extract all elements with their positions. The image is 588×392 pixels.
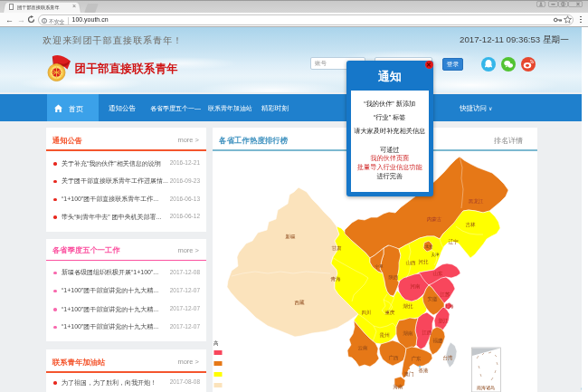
svg-text:澳门: 澳门 xyxy=(404,371,414,378)
svg-text:宁夏: 宁夏 xyxy=(375,264,384,269)
svg-text:贵州: 贵州 xyxy=(380,332,391,338)
svg-text:香港: 香港 xyxy=(419,368,430,374)
svg-text:福建: 福建 xyxy=(433,338,444,344)
svg-text:湖北: 湖北 xyxy=(403,303,414,310)
svg-text:山西: 山西 xyxy=(406,260,417,266)
svg-text:云南: 云南 xyxy=(358,345,369,350)
svg-text:北京: 北京 xyxy=(425,244,434,249)
svg-text:高: 高 xyxy=(213,340,219,346)
svg-text:江西: 江西 xyxy=(422,330,433,336)
svg-text:广东: 广东 xyxy=(412,356,422,361)
svg-text:江苏: 江苏 xyxy=(441,292,451,298)
svg-text:陕西: 陕西 xyxy=(389,274,400,281)
svg-text:四川: 四川 xyxy=(362,310,372,316)
svg-text:海南: 海南 xyxy=(394,384,404,390)
svg-text:广西: 广西 xyxy=(389,355,400,361)
svg-text:天津: 天津 xyxy=(432,253,441,257)
svg-text:浙江: 浙江 xyxy=(439,318,450,324)
svg-text:黑龙江: 黑龙江 xyxy=(469,198,484,205)
svg-text:南海诸岛: 南海诸岛 xyxy=(477,385,495,391)
svg-text:内蒙古: 内蒙古 xyxy=(427,216,442,222)
svg-text:湖南: 湖南 xyxy=(403,330,414,336)
svg-text:重庆: 重庆 xyxy=(385,310,396,315)
svg-text:甘肃: 甘肃 xyxy=(332,245,343,251)
svg-text:西藏: 西藏 xyxy=(295,300,306,306)
svg-text:山东: 山东 xyxy=(433,271,444,276)
svg-text:青海: 青海 xyxy=(331,276,342,282)
svg-text:台湾: 台湾 xyxy=(443,355,454,361)
svg-text:新疆: 新疆 xyxy=(286,234,297,239)
svg-text:河北: 河北 xyxy=(419,259,430,265)
svg-text:河南: 河南 xyxy=(411,283,422,290)
svg-text:辽宁: 辽宁 xyxy=(449,238,460,244)
svg-text:安徽: 安徽 xyxy=(428,296,439,302)
svg-text:上海: 上海 xyxy=(444,303,455,310)
svg-text:吉林: 吉林 xyxy=(466,222,477,227)
